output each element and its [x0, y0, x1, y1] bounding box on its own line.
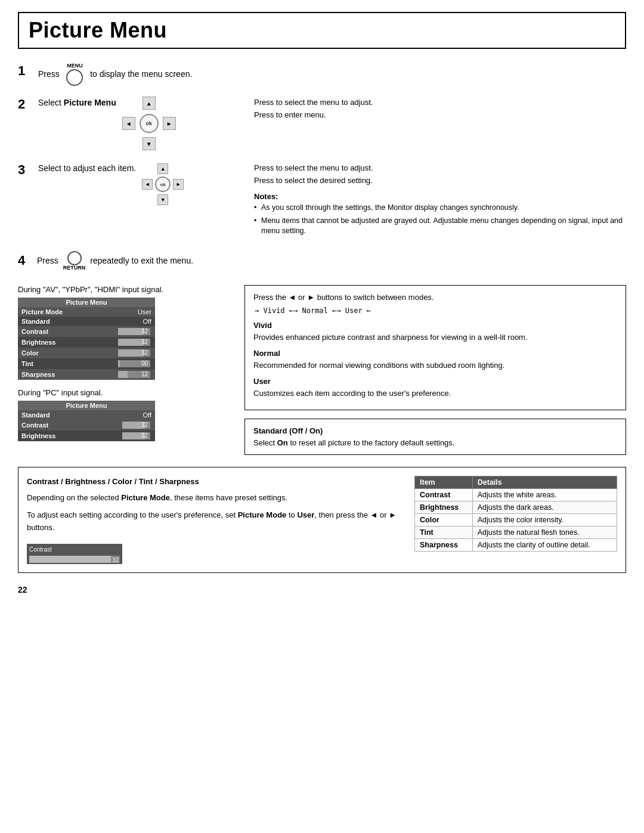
pc-brightness-bar: 32 — [122, 432, 150, 439]
av-signal-label: During "AV", "YPbPr", "HDMI" input signa… — [18, 285, 233, 294]
step-3: 3 Select to adjust each item. ▲ ◄ ok ► ▼… — [18, 162, 626, 239]
dpad-ok-2: ok — [155, 176, 171, 192]
dpad-up: ▲ — [143, 97, 156, 110]
details-row: BrightnessAdjusts the dark areas. — [415, 501, 617, 514]
step-2-text: Select Picture Menu — [38, 97, 116, 109]
details-row: TintAdjusts the natural flesh tones. — [415, 527, 617, 539]
step-3-right-line2: Press to select the desired setting. — [254, 175, 626, 187]
av-row-contrast-label: Contrast — [18, 326, 113, 337]
page-number: 22 — [18, 585, 626, 594]
pc-row-brightness-label: Brightness — [18, 431, 117, 441]
av-tint-bar: 00 — [118, 360, 150, 367]
mid-section: During "AV", "YPbPr", "HDMI" input signa… — [18, 285, 626, 456]
details-value: Adjusts the natural flesh tones. — [472, 527, 617, 539]
contrast-bar-example-label: Contrast — [29, 545, 120, 555]
step-2-right-line1: Press to select the menu to adjust. — [254, 97, 626, 109]
details-row: ColorAdjusts the color intensity. — [415, 514, 617, 527]
dpad-left-2: ◄ — [142, 179, 153, 190]
step-1-content: Press MENU to display the menu screen. — [38, 63, 626, 86]
contrast-bar-example: Contrast 32 — [27, 544, 122, 564]
mode-intro: Press the ◄ or ► buttons to switch betwe… — [253, 292, 617, 304]
details-value: Adjusts the color intensity. — [472, 514, 617, 527]
step-2-right: Press to select the menu to adjust. Pres… — [254, 97, 626, 122]
dpad-down-2: ▼ — [157, 194, 168, 205]
pc-row-standard-val: Off — [117, 410, 155, 420]
standard-title: Standard (Off / On) — [253, 426, 323, 435]
step-2-left: 2 Select Picture Menu ▲ ◄ ok ► ▼ — [18, 97, 244, 150]
dpad-ok: ok — [140, 114, 159, 133]
bottom-section: Contrast / Brightness / Color / Tint / S… — [18, 467, 626, 572]
pc-row-contrast-label: Contrast — [18, 420, 117, 431]
av-color-bar: 32 — [118, 349, 150, 357]
dpad-right: ► — [163, 117, 176, 130]
mode-user: User Customizes each item according to t… — [253, 376, 617, 399]
bottom-title: Contrast / Brightness / Color / Tint / S… — [27, 476, 402, 488]
dpad-down: ▼ — [143, 137, 156, 150]
bottom-right: Item Details ContrastAdjusts the white a… — [414, 476, 617, 563]
notes-list: As you scroll through the settings, the … — [254, 203, 626, 237]
step-3-text: Select to adjust each item. — [38, 162, 136, 175]
av-row-picture-mode-label: Picture Mode — [18, 307, 113, 317]
mode-box: Press the ◄ or ► buttons to switch betwe… — [244, 285, 626, 411]
details-value: Adjusts the clarity of outline detail. — [472, 539, 617, 552]
standard-box: Standard (Off / On) Select On to reset a… — [244, 419, 626, 455]
av-contrast-bar: 32 — [118, 328, 150, 335]
av-row-standard-val: Off — [113, 317, 155, 326]
dpad-right-2: ► — [173, 179, 184, 190]
av-row-brightness-label: Brightness — [18, 337, 113, 348]
details-item: Contrast — [415, 489, 473, 501]
av-sharpness-bar: 12 — [118, 371, 150, 378]
details-item: Sharpness — [415, 539, 473, 552]
notes-box: Notes: As you scroll through the setting… — [254, 191, 626, 237]
mode-normal: Normal Recommended for normal viewing co… — [253, 348, 617, 371]
av-menu-screenshot: Picture Menu Picture Mode User Standard … — [18, 298, 155, 380]
av-row-color-label: Color — [18, 348, 113, 358]
note-1: As you scroll through the settings, the … — [254, 203, 626, 213]
contrast-bar-fill-row: 32 — [29, 556, 120, 563]
page-title: Picture Menu — [29, 18, 615, 43]
contrast-bar-val: 32 — [112, 556, 119, 565]
av-menu-title: Picture Menu — [18, 298, 155, 307]
details-item: Tint — [415, 527, 473, 539]
pc-signal-label: During "PC" input signal. — [18, 388, 233, 397]
notes-title: Notes: — [254, 191, 626, 203]
details-value: Adjusts the dark areas. — [472, 501, 617, 514]
details-col2: Details — [472, 476, 617, 489]
details-table: Item Details ContrastAdjusts the white a… — [414, 476, 617, 552]
details-row: ContrastAdjusts the white areas. — [415, 489, 617, 501]
av-row-standard-label: Standard — [18, 317, 113, 326]
step-1-text: Press MENU to display the menu screen. — [38, 63, 192, 86]
step-4-prefix: Press — [37, 255, 58, 267]
page-title-box: Picture Menu — [18, 12, 626, 49]
step-3-number: 3 — [18, 162, 32, 178]
step-3-right-line1: Press to select the menu to adjust. — [254, 162, 626, 175]
av-row-tint-label: Tint — [18, 358, 113, 369]
standard-text: Select On to reset all picture to the fa… — [253, 438, 454, 447]
return-button-icon: RETURN — [63, 251, 86, 271]
step-2: 2 Select Picture Menu ▲ ◄ ok ► ▼ Press t… — [18, 97, 626, 150]
step-1: 1 Press MENU to display the menu screen. — [18, 63, 626, 86]
dpad-illustration: ▲ ◄ ok ► ▼ — [122, 97, 176, 150]
av-brightness-bar: 32 — [118, 339, 150, 346]
dpad-up-2: ▲ — [157, 163, 168, 174]
details-col1: Item — [415, 476, 473, 489]
step-2-number: 2 — [18, 97, 32, 112]
details-value: Adjusts the white areas. — [472, 489, 617, 501]
mode-vivid: Vivid Provides enhanced picture contrast… — [253, 320, 617, 343]
step-4-number: 4 — [18, 253, 32, 268]
bottom-para1: Depending on the selected Picture Mode, … — [27, 492, 402, 504]
step-2-right-line2: Press to enter menu. — [254, 109, 626, 122]
menu-button-icon: MENU — [66, 63, 83, 86]
mode-flow: → Vivid ←→ Normal ←→ User ← — [253, 305, 617, 316]
av-row-sharpness-label: Sharpness — [18, 369, 113, 380]
details-item: Color — [415, 514, 473, 527]
details-row: SharpnessAdjusts the clarity of outline … — [415, 539, 617, 552]
pc-contrast-bar: 32 — [122, 422, 150, 429]
pc-row-standard-label: Standard — [18, 410, 117, 420]
details-item: Brightness — [415, 501, 473, 514]
step-4-suffix: repeatedly to exit the menu. — [90, 255, 193, 267]
dpad-left: ◄ — [122, 117, 135, 130]
mid-right: Press the ◄ or ► buttons to switch betwe… — [244, 285, 626, 456]
bottom-left: Contrast / Brightness / Color / Tint / S… — [27, 476, 402, 563]
bottom-para2: To adjust each setting according to the … — [27, 509, 402, 534]
